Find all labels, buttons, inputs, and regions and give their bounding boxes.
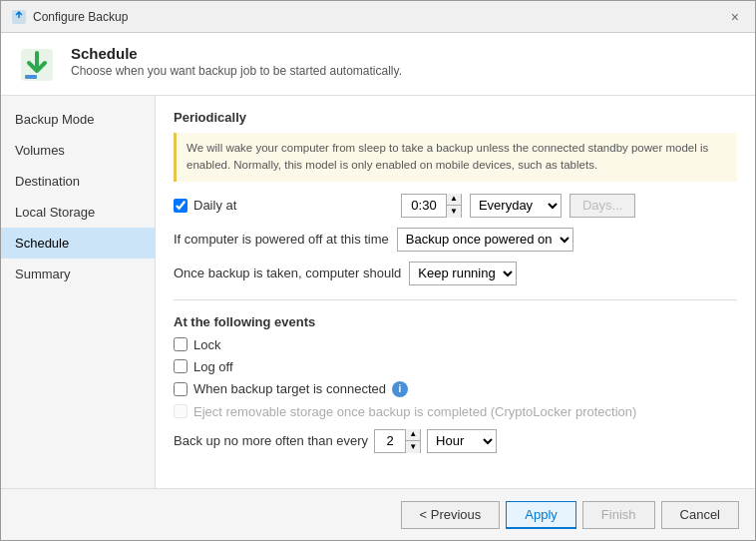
- previous-button[interactable]: < Previous: [401, 501, 501, 529]
- apply-button[interactable]: Apply: [506, 501, 576, 529]
- lock-event-row: Lock: [174, 337, 737, 352]
- configure-backup-dialog: Configure Backup × Schedule Choose when …: [0, 0, 756, 541]
- sidebar: Backup Mode Volumes Destination Local St…: [1, 96, 156, 488]
- backup-target-label: When backup target is connected: [193, 381, 386, 396]
- title-bar: Configure Backup ×: [1, 1, 755, 33]
- logoff-checkbox[interactable]: [174, 359, 188, 373]
- days-button[interactable]: Days...: [569, 194, 635, 218]
- after-backup-row: Once backup is taken, computer should Ke…: [174, 262, 737, 285]
- header: Schedule Choose when you want backup job…: [1, 33, 755, 96]
- powered-off-select[interactable]: Backup once powered on Skip Do not backu…: [397, 228, 573, 252]
- freq-input-wrap: ▲ ▼: [374, 429, 421, 453]
- freq-input[interactable]: [375, 430, 405, 452]
- after-backup-select[interactable]: Keep running Sleep Hibernate Shut down: [409, 262, 517, 285]
- time-input-wrap: ▲ ▼: [401, 194, 462, 218]
- content-area: Periodically We will wake your computer …: [156, 96, 755, 488]
- info-icon[interactable]: i: [392, 381, 408, 397]
- eject-checkbox[interactable]: [174, 404, 188, 418]
- time-up-button[interactable]: ▲: [447, 194, 461, 206]
- sidebar-item-schedule[interactable]: Schedule: [1, 228, 155, 259]
- events-list: Lock Log off When backup target is conne…: [174, 337, 737, 419]
- info-box: We will wake your computer from sleep to…: [174, 133, 737, 182]
- backup-freq-label: Back up no more often than every: [174, 433, 368, 448]
- divider: [174, 299, 737, 300]
- close-button[interactable]: ×: [725, 8, 745, 26]
- cancel-button[interactable]: Cancel: [661, 501, 739, 529]
- powered-off-label: If computer is powered off at this time: [174, 232, 389, 247]
- logoff-event-row: Log off: [174, 359, 737, 374]
- sidebar-item-backup-mode[interactable]: Backup Mode: [1, 104, 155, 135]
- freq-up-button[interactable]: ▲: [406, 429, 420, 441]
- time-down-button[interactable]: ▼: [447, 205, 461, 218]
- finish-button[interactable]: Finish: [582, 501, 655, 529]
- backup-target-checkbox[interactable]: [174, 382, 188, 396]
- eject-row: Eject removable storage once backup is c…: [174, 404, 737, 419]
- powered-off-row: If computer is powered off at this time …: [174, 228, 737, 252]
- dialog-title: Configure Backup: [33, 10, 128, 24]
- header-description: Choose when you want backup job to be st…: [71, 64, 402, 78]
- footer: < Previous Apply Finish Cancel: [1, 488, 755, 540]
- time-spinners: ▲ ▼: [446, 194, 461, 218]
- header-title: Schedule: [71, 45, 402, 62]
- backup-svg-icon: [17, 45, 57, 85]
- time-input[interactable]: [402, 195, 446, 217]
- freq-unit-select[interactable]: Hour Minute Day: [427, 429, 497, 453]
- logoff-label: Log off: [193, 359, 233, 374]
- backup-target-row: When backup target is connected i: [174, 381, 737, 397]
- freq-down-button[interactable]: ▼: [406, 440, 420, 453]
- title-bar-left: Configure Backup: [11, 9, 128, 25]
- lock-label: Lock: [193, 337, 220, 352]
- lock-checkbox[interactable]: [174, 337, 188, 351]
- frequency-select[interactable]: Everyday Weekdays Weekends: [470, 194, 562, 218]
- daily-at-label: Daily at: [193, 198, 393, 213]
- freq-spinners: ▲ ▼: [405, 429, 420, 453]
- configure-backup-icon: [11, 9, 27, 25]
- daily-at-checkbox[interactable]: [174, 199, 188, 213]
- daily-at-checkbox-row: Daily at: [174, 198, 393, 213]
- events-section-title: At the following events: [174, 314, 737, 329]
- events-section: At the following events Lock Log off Whe…: [174, 314, 737, 419]
- sidebar-item-destination[interactable]: Destination: [1, 166, 155, 197]
- periodic-section-title: Periodically: [174, 110, 737, 125]
- sidebar-item-volumes[interactable]: Volumes: [1, 135, 155, 166]
- header-icon: [17, 45, 57, 85]
- backup-freq-row: Back up no more often than every ▲ ▼ Hou…: [174, 429, 737, 453]
- sidebar-item-summary[interactable]: Summary: [1, 259, 155, 289]
- main-area: Backup Mode Volumes Destination Local St…: [1, 96, 755, 488]
- eject-label: Eject removable storage once backup is c…: [193, 404, 636, 419]
- svg-rect-2: [25, 75, 37, 79]
- header-text: Schedule Choose when you want backup job…: [71, 45, 402, 78]
- daily-at-row: Daily at ▲ ▼ Everyday Weekdays Weekends …: [174, 194, 737, 218]
- after-backup-label: Once backup is taken, computer should: [174, 266, 401, 280]
- sidebar-item-local-storage[interactable]: Local Storage: [1, 197, 155, 228]
